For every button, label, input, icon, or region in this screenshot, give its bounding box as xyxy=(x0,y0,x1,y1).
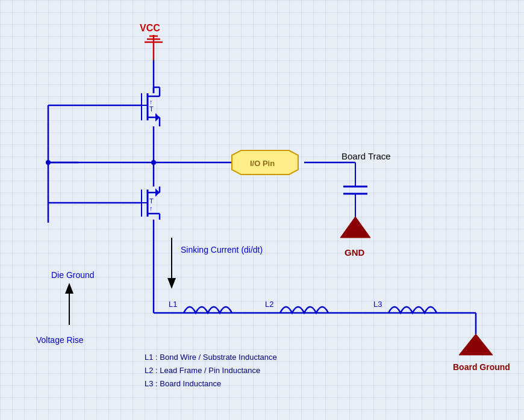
svg-marker-42 xyxy=(167,278,176,289)
l1-label: L1 xyxy=(169,300,177,309)
sinking-current-label: Sinking Current (di/dt) xyxy=(181,245,263,255)
l2-label: L2 xyxy=(265,300,273,309)
nmos-arrow-label: ↑ xyxy=(149,205,153,212)
vcc-label: VCC xyxy=(140,23,160,33)
die-ground-label: Die Ground xyxy=(51,270,95,280)
svg-marker-47 xyxy=(459,334,493,355)
svg-marker-44 xyxy=(65,283,73,294)
board-ground-label: Board Ground xyxy=(453,362,510,372)
svg-marker-40 xyxy=(340,217,370,238)
gnd-label: GND xyxy=(345,247,365,258)
l2-desc: L2 : Lead Frame / Pin Inductance xyxy=(145,366,260,375)
pmos-t-label: T xyxy=(149,105,154,113)
nmos-t-label: T xyxy=(149,197,154,205)
l1-desc: L1 : Bond Wire / Substrate Inductance xyxy=(145,353,277,362)
board-trace-label: Board Trace xyxy=(342,151,391,161)
io-pin-label: I/O Pin xyxy=(250,159,275,168)
pmos-arrow-label: ↑ xyxy=(149,98,153,105)
l3-desc: L3 : Board Inductance xyxy=(145,379,221,388)
voltage-rise-label: Voltage Rise xyxy=(36,335,84,345)
l3-label: L3 xyxy=(373,300,382,309)
